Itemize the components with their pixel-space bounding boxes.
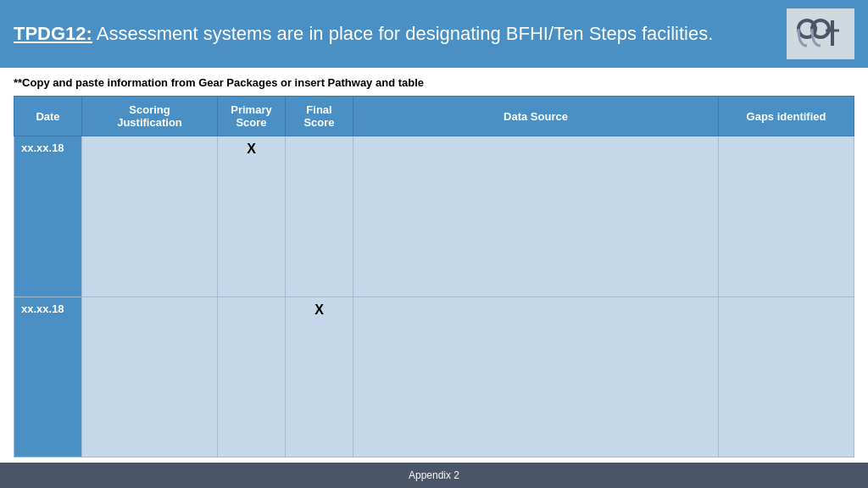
footer-text: Appendix 2 xyxy=(409,469,459,481)
cell-primary-0: X xyxy=(218,136,286,297)
col-header-scoring: ScoringJustification xyxy=(82,97,218,136)
body-content: **Copy and paste information from Gear P… xyxy=(0,68,868,463)
col-header-datasource: Data Source xyxy=(353,97,719,136)
cell-datasource-1 xyxy=(353,297,719,458)
col-header-primary: PrimaryScore xyxy=(218,97,286,136)
cell-scoring-1 xyxy=(82,297,218,458)
cell-primary-1 xyxy=(218,297,286,458)
table-row: xx.xx.18X xyxy=(14,136,854,297)
cell-scoring-0 xyxy=(82,136,218,297)
cell-final-1: X xyxy=(286,297,353,458)
footer: Appendix 2 xyxy=(0,463,868,488)
logo-area xyxy=(787,8,854,59)
cell-date-1: xx.xx.18 xyxy=(14,297,82,458)
table-header-row: Date ScoringJustification PrimaryScore F… xyxy=(14,97,854,136)
instruction-text: **Copy and paste information from Gear P… xyxy=(14,76,854,89)
col-header-gaps: Gaps identified xyxy=(719,97,854,136)
title-bold: TPDG12: xyxy=(14,23,92,44)
data-table: Date ScoringJustification PrimaryScore F… xyxy=(14,96,854,458)
page-wrapper: TPDG12: Assessment systems are in place … xyxy=(0,0,868,488)
cell-datasource-0 xyxy=(353,136,719,297)
cell-date-0: xx.xx.18 xyxy=(14,136,82,297)
cell-gaps-1 xyxy=(719,297,854,458)
header: TPDG12: Assessment systems are in place … xyxy=(0,0,868,68)
col-header-final: FinalScore xyxy=(286,97,353,136)
cell-final-0 xyxy=(286,136,353,297)
table-row: xx.xx.18X xyxy=(14,297,854,458)
title-rest: Assessment systems are in place for desi… xyxy=(92,23,713,44)
bbf-logo xyxy=(795,15,846,53)
cell-gaps-0 xyxy=(719,136,854,297)
header-title: TPDG12: Assessment systems are in place … xyxy=(14,22,773,47)
col-header-date: Date xyxy=(14,97,82,136)
